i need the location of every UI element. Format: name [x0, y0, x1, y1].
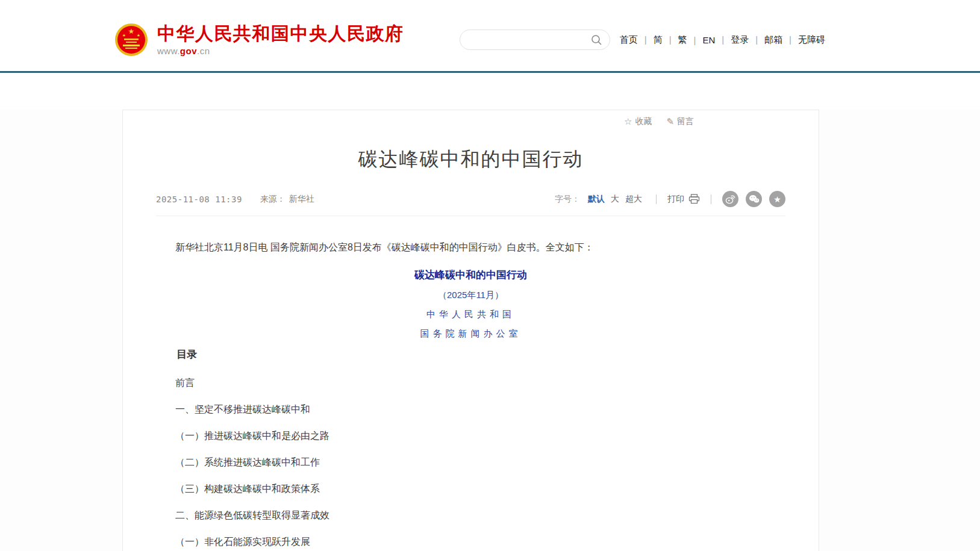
favorite-button[interactable]: ☆ 收藏 [624, 116, 652, 127]
site-url-gov: gov [180, 46, 197, 56]
toc-heading: 目录 [156, 348, 785, 361]
source-value: 新华社 [289, 194, 314, 205]
print-label: 打印 [667, 194, 684, 205]
nav-accessibility[interactable]: 无障碍 [782, 34, 825, 46]
share-group: ★ [722, 191, 785, 207]
document-title: 碳达峰碳中和的中国行动 [156, 269, 785, 281]
national-emblem-icon: ★ ★ ★ [114, 23, 148, 57]
top-nav: 首页 简 繁 EN 登录 邮箱 无障碍 [620, 34, 825, 46]
font-size-default[interactable]: 默认 [588, 194, 605, 205]
search-box [460, 30, 610, 50]
pen-icon: ✎ [666, 116, 674, 127]
article-card: 碳达峰碳中和的中国行动 2025-11-08 11:39 来源： 新华社 字号：… [122, 110, 819, 551]
search-input[interactable] [470, 35, 590, 45]
share-star-icon: ★ [773, 195, 781, 204]
svg-text:★: ★ [137, 33, 140, 37]
weibo-icon [725, 195, 735, 204]
divider [656, 195, 657, 204]
wechat-icon [749, 195, 760, 204]
font-size-large[interactable]: 大 [611, 194, 619, 205]
toc-item: （一）非化石能源实现跃升发展 [156, 536, 785, 548]
comment-label: 留言 [677, 116, 694, 127]
nav-simplified[interactable]: 简 [638, 34, 663, 46]
toc-item: 前言 [156, 377, 785, 389]
svg-text:★: ★ [128, 27, 135, 36]
document-org-2: 国务院新闻办公室 [156, 328, 785, 340]
font-size-xlarge[interactable]: 超大 [625, 194, 642, 205]
font-size-label: 字号： [555, 194, 580, 205]
main-area: ☆ 收藏 ✎ 留言 碳达峰碳中和的中国行动 2025-11-08 11:39 来… [0, 110, 980, 551]
nav-home[interactable]: 首页 [620, 34, 638, 46]
article-meta-left: 2025-11-08 11:39 来源： 新华社 [156, 194, 314, 205]
share-weibo-button[interactable] [722, 191, 738, 207]
nav-traditional[interactable]: 繁 [663, 34, 687, 46]
share-wechat-button[interactable] [746, 191, 762, 207]
share-more-button[interactable]: ★ [769, 191, 785, 207]
comment-button[interactable]: ✎ 留言 [666, 116, 694, 127]
article-body: 新华社北京11月8日电 国务院新闻办公室8日发布《碳达峰碳中和的中国行动》白皮书… [156, 241, 785, 548]
search-icon[interactable] [590, 34, 602, 46]
toc-item: （一）推进碳达峰碳中和是必由之路 [156, 430, 785, 442]
page-title: 碳达峰碳中和的中国行动 [156, 146, 785, 173]
nav-login[interactable]: 登录 [715, 34, 749, 46]
toc-item: （三）构建碳达峰碳中和政策体系 [156, 483, 785, 495]
page: ★ ★ ★ 中华人民共和国中央人民政府 www.gov.cn [0, 0, 980, 551]
publish-date: 2025-11-08 11:39 [156, 195, 242, 204]
site-title: 中华人民共和国中央人民政府 [157, 23, 404, 43]
nav-mail[interactable]: 邮箱 [749, 34, 782, 46]
document-date: （2025年11月） [156, 290, 785, 301]
site-url-suffix: .cn [197, 46, 210, 56]
toc-item: 一、坚定不移推进碳达峰碳中和 [156, 403, 785, 416]
toc-item: 二、能源绿色低碳转型取得显著成效 [156, 509, 785, 521]
toc-item: （二）系统推进碳达峰碳中和工作 [156, 456, 785, 469]
source-label: 来源： [260, 194, 286, 205]
logo-text: 中华人民共和国中央人民政府 www.gov.cn [157, 23, 404, 56]
site-url: www.gov.cn [157, 46, 404, 56]
printer-icon [688, 194, 700, 204]
site-url-prefix: www. [157, 46, 180, 56]
article-meta-right: 字号： 默认 大 超大 打印 [555, 191, 785, 207]
print-button[interactable]: 打印 [667, 194, 700, 205]
divider [711, 195, 711, 204]
header-right: 首页 简 繁 EN 登录 邮箱 无障碍 [460, 30, 825, 50]
intro-paragraph: 新华社北京11月8日电 国务院新闻办公室8日发布《碳达峰碳中和的中国行动》白皮书… [156, 241, 785, 254]
star-icon: ☆ [624, 116, 632, 127]
svg-text:★: ★ [122, 33, 126, 37]
site-header: ★ ★ ★ 中华人民共和国中央人民政府 www.gov.cn [0, 0, 980, 71]
tools-row: ☆ 收藏 ✎ 留言 [624, 116, 694, 127]
nav-english[interactable]: EN [687, 35, 716, 45]
document-org-1: 中华人民共和国 [156, 309, 785, 320]
favorite-label: 收藏 [635, 116, 652, 127]
article-meta-row: 2025-11-08 11:39 来源： 新华社 字号： 默认 大 超大 打印 [156, 191, 785, 216]
header-divider [0, 71, 980, 73]
site-logo[interactable]: ★ ★ ★ 中华人民共和国中央人民政府 www.gov.cn [114, 23, 404, 57]
